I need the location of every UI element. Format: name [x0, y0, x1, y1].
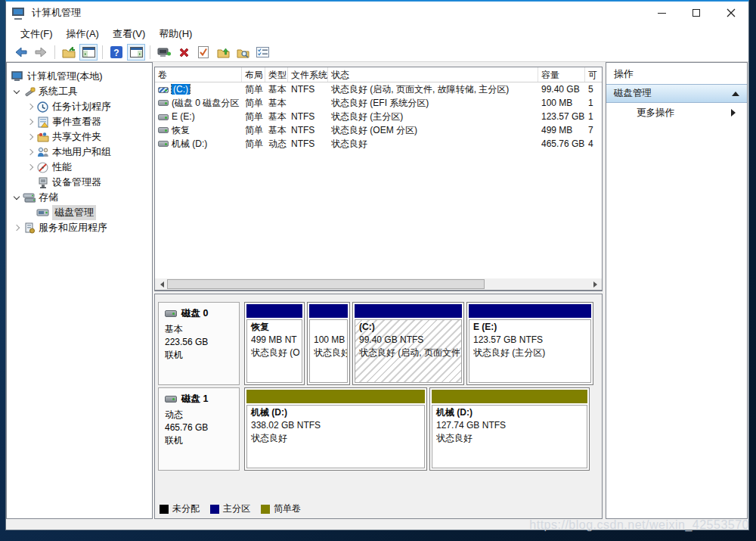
chevron-right-icon[interactable] [25, 101, 36, 113]
window-title: 计算机管理 [32, 6, 81, 20]
folder-up-button[interactable] [214, 44, 232, 61]
volume-row-d[interactable]: 机械 (D:) 简单 动态 NTFS 状态良好 465.76 GB 4 [155, 137, 602, 151]
show-console-tree-button[interactable] [79, 44, 98, 61]
remote-screen-button[interactable] [155, 44, 173, 61]
disk-type: 动态 [165, 409, 234, 421]
column-header-layout[interactable]: 布局 [242, 67, 265, 82]
volume-icon [158, 114, 169, 120]
horizontal-scrollbar[interactable] [154, 278, 603, 291]
disk-0-info[interactable]: 磁盘 0 基本 223.56 GB 联机 [158, 302, 240, 385]
column-header-status[interactable]: 状态 [328, 67, 538, 82]
storage-icon [23, 191, 36, 204]
column-header-volume[interactable]: 卷 [155, 67, 242, 82]
volume-row-efi[interactable]: (磁盘 0 磁盘分区 2) 简单 基本 状态良好 (EFI 系统分区) 100 … [155, 96, 602, 110]
help-icon: ? [110, 46, 122, 58]
simple-volume-swatch [261, 505, 270, 514]
chevron-right-icon[interactable] [25, 132, 36, 143]
partition-c-selected[interactable]: (C:) 99.40 GB NTFS 状态良好 (启动, 页面文件 [352, 302, 464, 385]
tree-item-system-tools[interactable]: 系统工具 [7, 84, 152, 99]
disk-management-icon [36, 207, 49, 219]
volume-row-e[interactable]: E (E:) 简单 基本 NTFS 状态良好 (主分区) 123.57 GB 1 [155, 110, 602, 123]
actions-group-disk-management[interactable]: 磁盘管理 [606, 84, 747, 103]
menu-action[interactable]: 操作(A) [60, 25, 106, 43]
menu-view[interactable]: 查看(V) [106, 25, 152, 43]
toolbar-separator [102, 45, 103, 59]
actions-title: 操作 [606, 63, 747, 84]
chevron-down-icon[interactable] [11, 192, 23, 204]
unallocated-swatch [160, 505, 169, 514]
tree-item-computer-management[interactable]: 计算机管理(本地) [7, 69, 152, 84]
chevron-down-icon[interactable] [11, 86, 23, 98]
tree-item-task-scheduler[interactable]: 任务计划程序 [7, 99, 152, 114]
volume-row-c[interactable]: (C:) 简单 基本 NTFS 状态良好 (启动, 页面文件, 故障转储, 主分… [155, 82, 602, 96]
partition-recovery[interactable]: 恢复 499 MB NT 状态良好 (O [244, 302, 305, 385]
maximize-button[interactable] [679, 2, 714, 24]
column-header-type[interactable]: 类型 [265, 67, 288, 82]
folder-search-button[interactable] [234, 44, 252, 61]
check-document-icon [198, 46, 209, 58]
scroll-right-icon [593, 281, 600, 288]
menu-help[interactable]: 帮助(H) [152, 25, 199, 43]
minimize-button[interactable] [644, 2, 679, 24]
tree-item-local-users-groups[interactable]: 本地用户和组 [7, 145, 152, 160]
show-action-pane-icon [130, 47, 143, 58]
disk-icon [165, 310, 177, 317]
close-button[interactable] [714, 2, 748, 24]
chevron-right-icon[interactable] [25, 162, 36, 173]
collapse-icon[interactable] [732, 88, 739, 96]
scroll-left-button[interactable] [155, 278, 167, 290]
volume-icon [158, 87, 169, 93]
partition-e[interactable]: E (E:) 123.57 GB NTFS 状态良好 (主分区) [466, 302, 593, 385]
show-action-pane-button[interactable] [127, 44, 145, 61]
disk-size: 465.76 GB [165, 421, 234, 434]
back-button[interactable] [12, 44, 30, 61]
desktop: 计算机管理 文件(F) 操作(A) 查看(V) 帮助(H) [0, 0, 756, 541]
delete-button[interactable] [175, 44, 193, 61]
tree-item-shared-folders[interactable]: 共享文件夹 [7, 129, 152, 145]
export-list-button[interactable] [60, 44, 78, 61]
tree-item-storage[interactable]: 存储 [7, 190, 152, 205]
tree-item-services-applications[interactable]: 服务和应用程序 [7, 220, 152, 235]
properties-button[interactable] [194, 44, 212, 61]
column-header-free[interactable]: 可 [585, 67, 602, 82]
disk-1-info[interactable]: 磁盘 1 动态 465.76 GB 联机 [158, 387, 240, 471]
forward-button[interactable] [32, 44, 50, 61]
more-actions-item[interactable]: 更多操作 [606, 103, 747, 123]
back-icon [14, 47, 28, 58]
close-icon [727, 8, 736, 17]
help-button[interactable]: ? [107, 44, 125, 61]
computer-management-window: 计算机管理 文件(F) 操作(A) 查看(V) 帮助(H) [5, 0, 749, 530]
tree-item-performance[interactable]: 性能 [7, 160, 152, 175]
tree-item-device-manager[interactable]: 设备管理器 [7, 175, 152, 190]
chevron-right-icon[interactable] [11, 222, 23, 234]
chevron-right-icon[interactable] [25, 117, 36, 128]
maximize-icon [692, 9, 700, 17]
scrollbar-thumb[interactable] [167, 279, 485, 289]
console-tree: 计算机管理(本地) 系统工具 任务计划程序 事件查看器 共享文件夹 [6, 62, 153, 519]
svg-text:?: ? [113, 48, 119, 58]
partition-d-1[interactable]: 机械 (D:) 338.02 GB NTFS 状态良好 [244, 387, 427, 471]
partition-color-bar [309, 304, 348, 318]
menu-bar: 文件(F) 操作(A) 查看(V) 帮助(H) [6, 24, 748, 43]
legend-unallocated: 未分配 [160, 502, 200, 515]
volume-row-recovery[interactable]: 恢复 简单 基本 NTFS 状态良好 (OEM 分区) 499 MB 7 [155, 123, 602, 137]
volume-list: 卷 布局 类型 文件系统 状态 容量 可 (C:) 简单 基本 NTFS 状态良… [154, 67, 603, 291]
column-header-capacity[interactable]: 容量 [538, 67, 585, 82]
partition-color-bar [355, 304, 462, 318]
task-scheduler-icon [36, 101, 49, 113]
legend-primary-partition: 主分区 [210, 502, 250, 515]
chevron-right-icon[interactable] [25, 147, 36, 158]
scroll-right-button[interactable] [590, 278, 602, 290]
partition-d-2[interactable]: 机械 (D:) 127.74 GB NTFS 状态良好 [429, 387, 590, 471]
partition-efi[interactable]: 100 MB 状态良好 [307, 302, 350, 385]
tree-item-event-viewer[interactable]: 事件查看器 [7, 114, 152, 129]
disk-graphical-view: 磁盘 0 基本 223.56 GB 联机 恢复 499 MB NT 状态良好 (… [154, 294, 603, 519]
menu-file[interactable]: 文件(F) [14, 25, 60, 43]
disk-size: 223.56 GB [165, 336, 234, 349]
column-header-fs[interactable]: 文件系统 [288, 67, 328, 82]
task-list-button[interactable] [253, 44, 271, 61]
disk-icon [165, 396, 177, 403]
legend: 未分配 主分区 简单卷 [160, 502, 301, 515]
tree-item-disk-management[interactable]: 磁盘管理 [7, 205, 152, 220]
remote-screen-icon [157, 47, 171, 58]
